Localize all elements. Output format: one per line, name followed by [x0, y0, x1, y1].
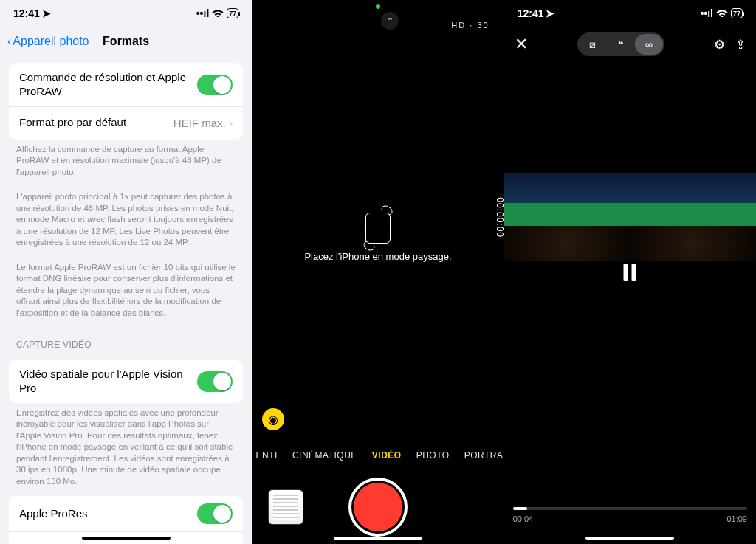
last-capture-thumbnail[interactable]	[268, 489, 303, 525]
mode-slow-mo[interactable]: ALENTI	[252, 450, 278, 461]
cellular-icon: ••ıl	[700, 7, 713, 19]
battery-icon: 77	[731, 8, 743, 18]
wifi-icon	[716, 7, 728, 19]
toggle-proraw[interactable]	[197, 75, 233, 95]
settings-gear-icon[interactable]: ⚙︎	[714, 37, 725, 52]
rotate-phone-icon	[365, 213, 391, 244]
footer-text: L'appareil photo principal à 1x peut cap…	[0, 187, 252, 250]
location-icon: ➤	[546, 7, 554, 19]
time-remaining: -01:09	[724, 514, 747, 523]
wifi-icon	[212, 7, 224, 19]
section-header-video: CAPTURE VIDÉO	[0, 328, 252, 353]
footer-text: Le format Apple ProRAW est un fichier 10…	[0, 258, 252, 321]
home-indicator[interactable]	[82, 537, 171, 540]
camera-screen: ⌃ HD · 30 Placez l'iPhone en mode paysag…	[252, 0, 504, 544]
row-value: HEIF max.	[173, 117, 226, 129]
seg-spatial-icon[interactable]: ∞	[635, 34, 663, 55]
shutter-row	[252, 470, 504, 544]
record-button[interactable]	[354, 483, 402, 531]
seg-flat-icon[interactable]: ⧄	[579, 34, 607, 55]
status-time: 12:41	[518, 7, 544, 19]
camera-resolution-label[interactable]: HD · 30	[451, 21, 489, 30]
cellular-icon: ••ıl	[196, 7, 210, 19]
close-button[interactable]: ✕	[515, 35, 528, 54]
back-label: Appareil photo	[13, 35, 89, 48]
settings-screen: 12:41 ➤ ••ıl 77 ‹ Appareil photo Formats…	[0, 0, 252, 544]
row-default-pro-format[interactable]: Format pro par défaut HEIF max. ›	[9, 107, 243, 140]
formats-group-2: Vidéo spatiale pour l'Apple Vision Pro	[9, 360, 243, 403]
status-time: 12:41	[13, 7, 40, 19]
row-label: Format pro par défaut	[19, 116, 173, 130]
right-eye-view	[630, 173, 756, 261]
toggle-spatial[interactable]	[197, 371, 233, 392]
formats-group-1: Commande de résolution et Apple ProRAW F…	[9, 63, 243, 140]
chevron-right-icon: ›	[229, 116, 233, 131]
location-icon: ➤	[42, 7, 51, 19]
nav-bar: ‹ Appareil photo Formats	[0, 27, 252, 56]
back-button[interactable]: ‹ Appareil photo	[7, 35, 89, 48]
row-prores[interactable]: Apple ProRes	[9, 496, 243, 532]
mode-cinematic[interactable]: CINÉMATIQUE	[292, 450, 357, 461]
player-timeline[interactable]: 00:04 -01:09	[513, 507, 747, 523]
spatial-player-screen: 12:41 ➤ ••ıl 77 ✕ ⧄ ❝ ∞ ⚙︎ ⇪	[504, 0, 756, 544]
chevron-left-icon: ‹	[7, 35, 11, 48]
row-label: Vidéo spatiale pour l'Apple Vision Pro	[19, 368, 197, 396]
status-bar: 12:41 ➤ ••ıl 77	[0, 0, 252, 27]
status-bar: 12:41 ➤ ••ıl 77	[504, 0, 756, 27]
footer-text: Enregistrez des vidéos spatiales avec un…	[0, 403, 252, 489]
mode-video[interactable]: VIDÉO	[372, 450, 402, 461]
share-icon[interactable]: ⇪	[735, 37, 746, 52]
home-indicator[interactable]	[334, 537, 422, 540]
camera-mode-selector[interactable]: ALENTI CINÉMATIQUE VIDÉO PHOTO PORTRAIT	[252, 441, 504, 470]
camera-active-indicator-icon	[376, 4, 380, 9]
footer-text: Affichez la commande de capture au forma…	[0, 140, 252, 180]
row-proraw-resolution[interactable]: Commande de résolution et Apple ProRAW	[9, 63, 243, 107]
mode-photo[interactable]: PHOTO	[416, 450, 450, 461]
row-spatial-video[interactable]: Vidéo spatiale pour l'Apple Vision Pro	[9, 360, 243, 403]
page-title: Formats	[103, 35, 149, 48]
scrubber[interactable]	[513, 507, 747, 510]
seg-stereo-icon[interactable]: ❝	[607, 34, 635, 55]
chevron-right-icon: ›	[229, 541, 233, 544]
prompt-text: Placez l'iPhone en mode paysage.	[304, 251, 451, 262]
time-elapsed: 00:04	[513, 514, 534, 523]
view-mode-segment[interactable]: ⧄ ❝ ∞	[577, 32, 664, 56]
scrubber-progress	[513, 507, 527, 510]
left-eye-view	[504, 173, 630, 261]
player-top-bar: ✕ ⧄ ❝ ∞ ⚙︎ ⇪	[504, 27, 756, 62]
toggle-prores[interactable]	[197, 503, 233, 524]
pause-button[interactable]	[624, 264, 636, 281]
stereo-preview[interactable]	[504, 173, 756, 261]
row-label: Commande de résolution et Apple ProRAW	[19, 71, 197, 99]
camera-options-chevron-icon[interactable]: ⌃	[381, 12, 399, 30]
mode-portrait[interactable]: PORTRAIT	[464, 450, 504, 461]
landscape-prompt: Placez l'iPhone en mode paysage.	[252, 34, 504, 441]
row-label: Apple ProRes	[19, 507, 197, 521]
battery-icon: 77	[227, 8, 238, 18]
recording-timer: 00:00:00	[495, 197, 504, 238]
home-indicator[interactable]	[585, 537, 674, 540]
